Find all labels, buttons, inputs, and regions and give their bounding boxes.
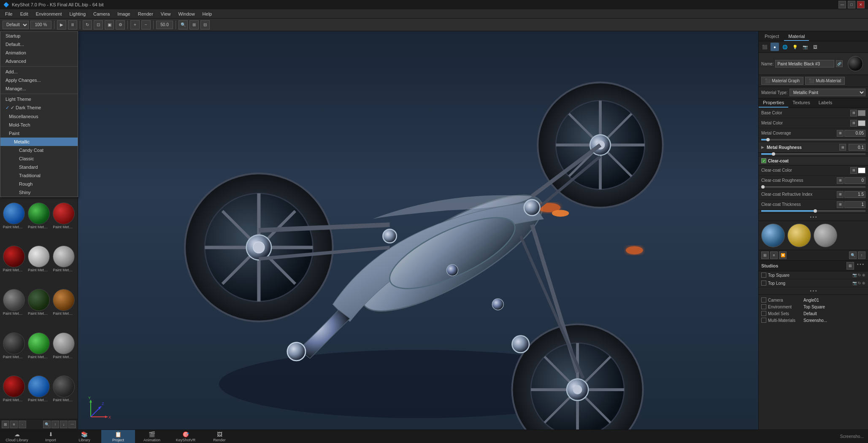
up-btn[interactable]: ↑ — [51, 421, 59, 428]
tb-btn-2[interactable]: ⊞ — [189, 20, 199, 30]
grid-view-btn[interactable]: ⊞ — [2, 421, 9, 428]
list-view-btn[interactable]: ≡ — [10, 421, 18, 428]
multi-material-btn[interactable]: ⬛ Multi-Material — [805, 77, 845, 85]
dropdown-item-3[interactable]: Advanced — [0, 57, 78, 65]
mat-item-3[interactable]: Paint Metal... — [2, 202, 26, 244]
metal-roughness-slider[interactable] — [761, 153, 865, 155]
mat-item-5[interactable]: Paint Metal... — [52, 202, 76, 244]
dropdown-item-8[interactable]: ✓ Dark Theme — [0, 103, 78, 112]
menu-help[interactable]: Help — [199, 11, 216, 17]
render-btn[interactable]: ▣ — [105, 20, 114, 30]
subtab-textures[interactable]: Textures — [788, 98, 814, 108]
material-panel-icon[interactable]: ● — [771, 43, 779, 51]
mat-item-11[interactable]: Paint Metal... — [52, 288, 76, 331]
subtab-labels[interactable]: Labels — [814, 98, 836, 108]
rotate-btn[interactable]: ↻ — [83, 20, 92, 30]
dropdown-item-4[interactable]: Add... — [0, 68, 78, 76]
studio-2-refresh[interactable]: ↻ — [858, 281, 861, 285]
down-btn[interactable]: ↓ — [60, 421, 68, 428]
clearcoat-color-link[interactable]: ⊞ — [850, 167, 857, 174]
dropdown-item-9[interactable]: Miscellaneous — [0, 112, 78, 121]
screenshare-btn[interactable]: Screensho... — [836, 434, 868, 439]
dot-view-btn[interactable]: · — [19, 421, 26, 428]
render-val-input[interactable] — [156, 21, 173, 29]
dropdown-item-17[interactable]: Rough — [0, 180, 78, 188]
mat-item-9[interactable]: Paint Metal... — [2, 288, 26, 331]
maximize-btn[interactable]: □ — [848, 1, 855, 8]
metal-roughness-value[interactable] — [849, 144, 865, 151]
studio-1-cam[interactable]: 📷 — [852, 273, 857, 277]
metal-color-swatch[interactable] — [858, 120, 865, 126]
menu-window[interactable]: Window — [175, 11, 198, 17]
zoom-input[interactable] — [30, 21, 51, 29]
menu-render[interactable]: Render — [135, 11, 157, 17]
dropdown-item-10[interactable]: Mold-Tech — [0, 121, 78, 129]
subtab-properties[interactable]: Properties — [759, 98, 788, 108]
settings-btn[interactable]: ⚙ — [116, 20, 125, 30]
mat-item-4[interactable]: Paint Metal... — [27, 202, 51, 244]
pause-btn[interactable]: ⏸ — [68, 20, 77, 30]
project-btn[interactable]: 📋 Project — [101, 430, 135, 443]
base-color-link[interactable]: ⊞ — [850, 110, 857, 116]
material-type-select[interactable]: Metallic Paint — [790, 89, 865, 96]
search-btn[interactable]: 🔍 — [43, 421, 51, 428]
metal-coverage-value[interactable] — [844, 130, 865, 137]
keyshotvr-btn[interactable]: 🎯 KeyShotVR — [169, 430, 203, 443]
close-btn[interactable]: ✕ — [857, 1, 865, 8]
dropdown-item-1[interactable]: Default... — [0, 40, 78, 49]
preview-grid-btn[interactable]: ⊞ — [761, 251, 769, 259]
clearcoat-thick-slider[interactable] — [761, 210, 865, 212]
clearcoat-ri-value[interactable] — [844, 191, 865, 198]
mat-item-14[interactable]: Paint Metal... — [52, 332, 76, 374]
dropdown-item-15[interactable]: Standard — [0, 163, 78, 171]
studio-2-add[interactable]: ⊕ — [862, 281, 865, 285]
dropdown-item-12[interactable]: Metallic — [0, 138, 78, 146]
camera-panel-icon[interactable]: 📷 — [801, 43, 809, 51]
mat-item-12[interactable]: Paint Metal... — [2, 332, 26, 374]
menu-view[interactable]: View — [157, 11, 174, 17]
base-color-swatch[interactable] — [858, 110, 865, 116]
dropdown-item-2[interactable]: Animation — [0, 49, 78, 57]
clearcoat-checkbox[interactable]: ✓ — [761, 158, 766, 163]
preset-select[interactable]: Default — [3, 21, 29, 29]
menu-lighting[interactable]: Lighting — [66, 11, 89, 17]
metal-roughness-link[interactable]: ⊞ — [839, 144, 846, 151]
modelsets-check[interactable] — [761, 311, 766, 316]
clearcoat-roughness-link[interactable]: ⊞ — [837, 177, 844, 184]
multimaterials-check[interactable] — [761, 318, 766, 323]
play-btn[interactable]: ▶ — [57, 20, 66, 30]
menu-environment[interactable]: Environment — [32, 11, 65, 17]
preview-filter-btn[interactable]: 🔽 — [779, 251, 787, 259]
preview-search-btn[interactable]: 🔍 — [849, 251, 857, 259]
remove-btn[interactable]: − — [141, 20, 151, 30]
minimize-btn[interactable]: — — [838, 1, 846, 8]
preview-sphere-3[interactable] — [814, 224, 837, 247]
dropdown-item-14[interactable]: Classic — [0, 154, 78, 163]
clearcoat-roughness-value[interactable] — [844, 177, 865, 184]
preview-list-btn[interactable]: ≡ — [770, 251, 778, 259]
image-panel-icon[interactable]: 🖼 — [811, 43, 819, 51]
tb-btn-3[interactable]: ⊟ — [200, 20, 210, 30]
clearcoat-thick-value[interactable] — [844, 201, 865, 208]
menu-file[interactable]: File — [2, 11, 16, 17]
menu-camera[interactable]: Camera — [90, 11, 113, 17]
mat-item-10[interactable]: Paint Metal... — [27, 288, 51, 331]
metal-color-link[interactable]: ⊞ — [850, 120, 857, 127]
viewport[interactable]: X Y Z — [78, 31, 758, 429]
material-name-input[interactable] — [775, 60, 834, 68]
preview-sphere-2[interactable] — [787, 224, 811, 247]
mat-item-17[interactable]: Paint Metal... — [52, 375, 76, 417]
add-btn[interactable]: + — [130, 20, 140, 30]
mat-item-15[interactable]: Paint Metal... — [2, 375, 26, 417]
clearcoat-color-swatch[interactable] — [858, 167, 865, 173]
dropdown-item-7[interactable]: Light Theme — [0, 95, 78, 103]
more-btn[interactable]: ⋯ — [68, 421, 76, 428]
tab-project[interactable]: Project — [760, 32, 783, 41]
camera-check[interactable] — [761, 297, 766, 303]
clearcoat-ri-link[interactable]: ⊞ — [837, 191, 844, 198]
studio-1-add[interactable]: ⊕ — [862, 273, 865, 277]
environment-panel-icon[interactable]: 🌐 — [781, 43, 789, 51]
mat-item-6[interactable]: Paint Metal... — [2, 245, 26, 287]
model-panel-icon[interactable]: ⬛ — [760, 43, 769, 51]
frame-btn[interactable]: ⊡ — [94, 20, 103, 30]
